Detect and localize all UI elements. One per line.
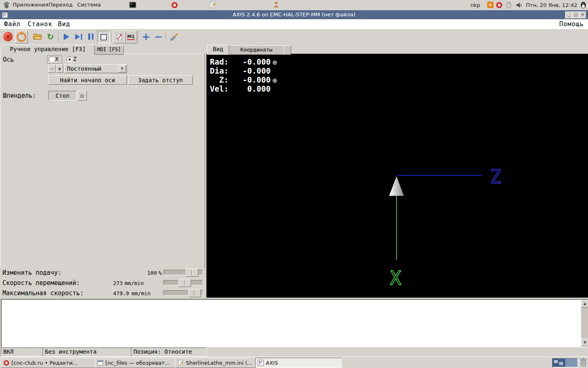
clock[interactable]: Птн, 20 Янв, 12:42	[526, 2, 577, 8]
max-velocity-handle[interactable]	[188, 289, 201, 297]
taskbar: [cnc-club.ru • Редакти... [nc_files — об…	[0, 357, 588, 368]
text-editor-launcher-icon[interactable]	[209, 1, 216, 10]
taskbar-window-opera[interactable]: [cnc-club.ru • Редакти...	[1, 358, 99, 368]
window-titlebar[interactable]: AXIS 2.4.6 on EMC-HAL-STEP-MM (нет файла…	[0, 10, 588, 19]
max-velocity-value: 479.9	[113, 290, 129, 296]
feed-override-slider[interactable]	[163, 268, 203, 276]
desktop: Приложения Переход Система nkp + Птн, 20…	[0, 0, 588, 368]
scroll-down-button[interactable]: ▼	[581, 339, 588, 346]
tab-mdi[interactable]: MDI [F5]	[94, 45, 124, 55]
max-velocity-unit: mm/min	[131, 290, 151, 296]
jog-speed-unit: mm/min	[125, 280, 144, 286]
workspace-1[interactable]	[552, 359, 565, 367]
scroll-up-icon: ▲	[584, 302, 586, 305]
minimize-button[interactable]: _	[565, 11, 572, 19]
taskbar-window-filemanager[interactable]: [nc_files — обозреват...	[95, 358, 179, 368]
clear-plot-button[interactable]	[168, 31, 180, 43]
reload-button[interactable]: ↻	[45, 31, 56, 43]
zoom-in-icon: +	[142, 33, 150, 41]
optional-stop-toggle[interactable]: M1	[125, 31, 137, 43]
menu-file[interactable]: Файл	[4, 20, 20, 28]
max-velocity-slider[interactable]	[163, 289, 203, 297]
tab-preview[interactable]: Вид	[207, 45, 229, 55]
zoom-in-button[interactable]: +	[140, 31, 152, 43]
clear-plot-icon	[170, 32, 179, 41]
spindle-brake-icon: ⊙	[80, 93, 85, 99]
user-launcher-icon[interactable]	[273, 1, 280, 10]
jog-minus-button[interactable]: -	[48, 65, 56, 73]
max-velocity-label: Максимальная скорость:	[2, 289, 84, 297]
home-axis-button[interactable]: Найти начало оси	[48, 75, 127, 85]
spindle-stop-button[interactable]: Стоп	[48, 91, 77, 101]
toolbar-separator	[166, 31, 167, 42]
tray-mouse-icon[interactable]	[506, 2, 512, 10]
trash-icon[interactable]	[579, 358, 587, 368]
stop-icon	[100, 34, 107, 40]
tab-stub	[284, 45, 291, 55]
machine-power-button[interactable]	[15, 31, 28, 43]
chevron-down-icon[interactable]: ▼	[118, 65, 126, 72]
jog-speed-slider[interactable]	[163, 278, 203, 287]
tab-manual-control[interactable]: Ручное управление [F3]	[1, 45, 95, 55]
optional-stop-icon: M1	[127, 34, 135, 40]
dro-rad-row: Rad:-0.000⊕	[210, 57, 277, 66]
dro-z-row: Z:-0.000⊕	[210, 75, 277, 84]
spindle-brake-button[interactable]: ⊙	[77, 91, 87, 101]
taskbar-window-gedit[interactable]: SherlineLathe_mm.ini (...	[175, 358, 259, 368]
tray-opera-icon[interactable]	[496, 2, 503, 10]
menu-view[interactable]: Вид	[58, 20, 70, 28]
manual-control-panel: Ось X Z - + Постоянный ▼ Найти начало ос…	[0, 54, 205, 268]
opera-launcher-icon[interactable]	[171, 2, 178, 10]
jog-speed-handle[interactable]	[178, 279, 191, 287]
maximize-button[interactable]: □	[572, 11, 579, 19]
feed-override-value: 100	[146, 270, 157, 276]
dro-dia-row: Dia:-0.000	[210, 66, 277, 75]
stop-button[interactable]	[97, 31, 110, 43]
menu-machine[interactable]: Станок	[28, 20, 52, 28]
axis-z-radio-label[interactable]: Z	[73, 56, 76, 62]
gnome-foot-icon[interactable]	[2, 1, 10, 10]
feed-override-handle[interactable]	[186, 269, 198, 277]
tool-cone	[389, 176, 404, 196]
axis-x-radio[interactable]	[49, 56, 54, 62]
places-menu[interactable]: Переход	[49, 2, 73, 8]
axis-label: Ось	[3, 56, 14, 63]
pause-button[interactable]	[85, 31, 97, 43]
axis-icon	[258, 360, 264, 366]
overrides-panel: Изменить подачу: 100 % Скорость перемеще…	[0, 267, 204, 297]
applications-menu[interactable]: Приложения	[13, 2, 48, 8]
taskbar-window-axis[interactable]: AXIS	[255, 358, 342, 368]
dro-readout: Rad:-0.000⊕ Dia:-0.000 Z:-0.000⊕ Vel:0.0…	[210, 57, 277, 93]
preview-canvas[interactable]: X Z Rad:-0.000⊕ Dia:-0.000 Z:-0.000⊕ Vel…	[206, 54, 588, 298]
touch-off-button[interactable]: Задать отступ	[128, 75, 193, 85]
toolbar-separator	[111, 31, 112, 42]
terminal-launcher-icon[interactable]	[129, 1, 136, 10]
tab-dro[interactable]: Координаты	[229, 45, 284, 55]
username[interactable]: nkp	[470, 2, 480, 8]
open-file-button[interactable]	[31, 31, 43, 43]
step-button[interactable]	[73, 31, 85, 43]
workspace-2[interactable]	[565, 359, 577, 367]
scroll-down-icon: ▼	[584, 341, 586, 344]
skip-lines-toggle[interactable]	[113, 31, 126, 43]
history-textarea[interactable]: ▲ ▼	[1, 299, 588, 349]
axis-x-radio-label[interactable]: X	[55, 56, 58, 62]
jog-plus-button[interactable]: +	[56, 65, 63, 73]
jog-increment-dropdown[interactable]: Постоянный ▼	[64, 64, 127, 73]
run-button[interactable]	[60, 31, 72, 43]
menu-help[interactable]: Помощь	[559, 20, 584, 28]
tux-icon[interactable]	[580, 1, 586, 10]
status-tool: Без инструмента	[42, 348, 133, 357]
tray-update-icon[interactable]: +	[487, 2, 494, 8]
scroll-up-button[interactable]: ▲	[581, 300, 588, 307]
close-button[interactable]: ✕	[579, 11, 586, 19]
toolbar-separator	[58, 31, 59, 42]
axis-z-radio[interactable]	[67, 56, 72, 62]
zoom-out-button[interactable]: −	[152, 31, 164, 43]
tray-volume-icon[interactable]	[516, 2, 523, 10]
history-scrollbar[interactable]: ▲ ▼	[581, 300, 588, 346]
workspace-switcher[interactable]	[552, 358, 578, 368]
system-menu[interactable]: Система	[77, 2, 101, 8]
estop-button[interactable]: ✕	[2, 31, 14, 43]
toolbar-separator	[138, 31, 139, 42]
